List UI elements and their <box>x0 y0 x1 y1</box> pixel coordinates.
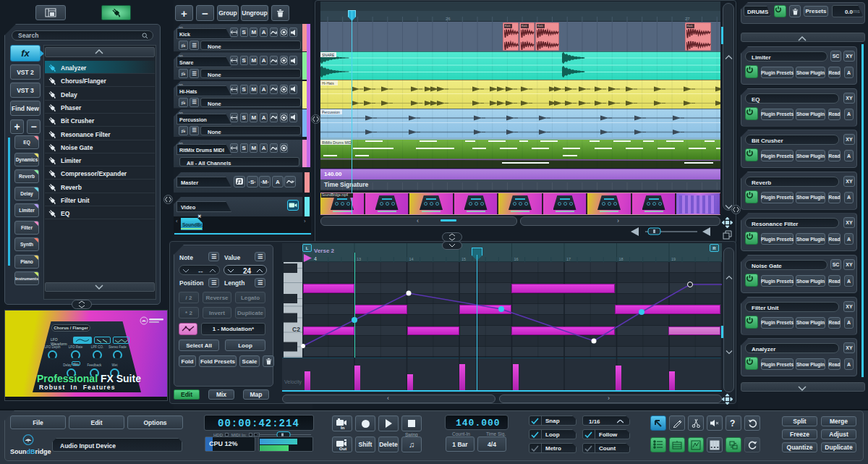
svg-text:Hi-Hats: Hi-Hats <box>322 81 334 85</box>
svg-text:18: 18 <box>619 257 624 261</box>
svg-text:Percussion: Percussion <box>322 110 340 114</box>
svg-text:SNARE: SNARE <box>322 53 335 57</box>
svg-text:?: ? <box>730 418 735 429</box>
svg-text:13: 13 <box>357 257 361 261</box>
svg-text:15: 15 <box>461 257 466 261</box>
svg-text:27: 27 <box>685 17 690 21</box>
svg-text:17: 17 <box>566 257 571 261</box>
svg-text:Verse 2: Verse 2 <box>314 248 335 254</box>
svg-text:16: 16 <box>514 257 519 261</box>
svg-text:In: In <box>341 426 345 430</box>
svg-text:19: 19 <box>671 257 676 261</box>
svg-text:14: 14 <box>409 257 414 261</box>
svg-text:26: 26 <box>446 17 451 21</box>
svg-text:4: 4 <box>314 256 317 261</box>
svg-text:RitMix Drums MIDI: RitMix Drums MIDI <box>322 140 352 145</box>
svg-text:Out: Out <box>339 447 346 451</box>
